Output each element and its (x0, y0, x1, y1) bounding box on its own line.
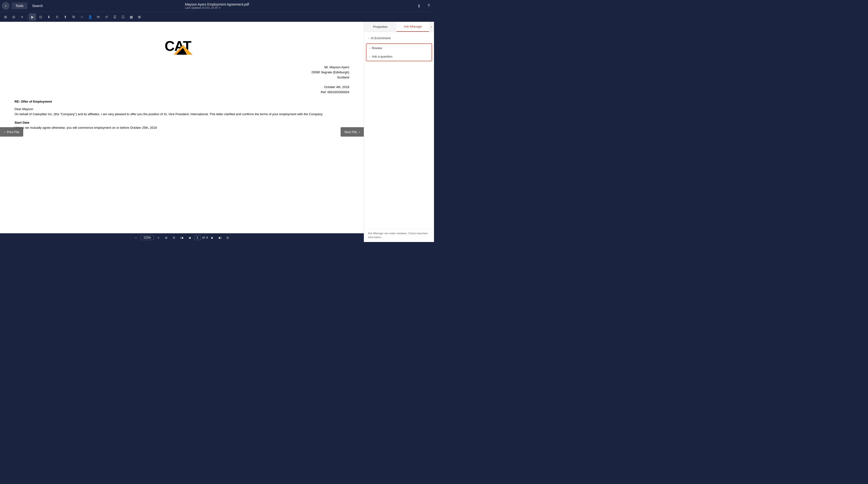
pdf-viewer: CAT Mr. Mayson Ayers 20090 Segrate (Edin… (0, 22, 364, 242)
letter-date-ref: October 4th, 2018 Ref: 000165/000004 (14, 85, 349, 95)
pdf-page: CAT Mr. Mayson Ayers 20090 Segrate (Edin… (0, 22, 364, 242)
tab-properties[interactable]: Properties (364, 22, 397, 32)
nav-tab-tools[interactable]: Tools (11, 2, 27, 9)
ask-question-chevron: › (369, 55, 370, 58)
start-date-body: Unless we mutually agree otherwise, you … (14, 125, 349, 130)
top-nav: ‹ Tools Search Mayson Ayers Employment A… (0, 0, 434, 11)
ai-enrichment-section[interactable]: › AI Enrichment (364, 34, 434, 42)
nav-right-actions: ℹ ? (415, 2, 432, 9)
document-filename: Mayson Ayers Employment Agreement.pdf (185, 2, 249, 6)
review-chevron: › (369, 47, 370, 50)
rotate-button[interactable]: ↺ (103, 13, 110, 21)
last-page-button[interactable]: ▶| (217, 234, 223, 241)
letter-date: October 4th, 2018 (14, 85, 349, 90)
email-button[interactable]: ✉ (95, 13, 102, 21)
grid2-button[interactable]: ▦ (128, 13, 135, 21)
info-icon-btn[interactable]: ℹ (415, 2, 423, 9)
prev-arrow-icon: ‹ (4, 130, 5, 134)
list-view-button[interactable]: ≡ (19, 13, 26, 21)
cat-logo: CAT (14, 36, 349, 58)
panel-footer: Ask iManage can make mistakes. Check imp… (364, 228, 434, 242)
upload-button[interactable]: ⬆ (62, 13, 69, 21)
document-title-area: Mayson Ayers Employment Agreement.pdf La… (185, 2, 249, 9)
close-box-button[interactable]: ⊠ (136, 13, 143, 21)
cat-logo-svg: CAT (163, 36, 202, 58)
help-icon-btn[interactable]: ? (425, 2, 432, 9)
highlighted-sections: › Review › Ask a question (366, 43, 432, 61)
nav-tab-search[interactable]: Search (28, 2, 47, 9)
panel-content: › AI Enrichment › Review › Ask a questio… (364, 32, 434, 228)
fit-page-button[interactable]: ⊡ (37, 13, 44, 21)
letter-subject: RE: Offer of Employment (14, 100, 349, 103)
start-date-title: Start Date (14, 121, 349, 124)
main-area: CAT Mr. Mayson Ayers 20090 Segrate (Edin… (0, 22, 434, 242)
zoom-in-button[interactable]: + (155, 234, 162, 241)
fit-width-button[interactable]: ⊟ (163, 234, 169, 241)
page-number-input[interactable] (194, 235, 201, 240)
next-page-button[interactable]: ▶ (209, 234, 215, 241)
letter-address: Mr. Mayson Ayers 20090 Segrate (Edinburg… (14, 65, 349, 80)
panel-footer-text: Ask iManage can make mistakes. Check imp… (368, 232, 428, 238)
letter-greeting: Dear Mayson (14, 107, 349, 111)
menu2-button[interactable]: ☷ (119, 13, 127, 21)
menu1-button[interactable]: ☰ (111, 13, 118, 21)
prev-file-label: Prev File (7, 130, 19, 134)
last-updated-text: Last Updated 15 Oct, 15:25 (185, 6, 218, 9)
zoom-input[interactable] (141, 235, 154, 240)
addressee-name: Mr. Mayson Ayers (14, 65, 349, 70)
user-button[interactable]: 👤 (86, 13, 94, 21)
prev-page-button[interactable]: ◀ (186, 234, 193, 241)
prev-file-button[interactable]: ‹ Prev File (0, 127, 23, 137)
back-button[interactable]: ‹ (2, 2, 10, 10)
document-subtitle: Last Updated 15 Oct, 15:25 ↻ (185, 6, 249, 9)
review-section[interactable]: › Review (367, 44, 432, 52)
bottom-toolbar: − + ⊟ ⊡ |◀ ◀ of 4 ▶ ▶| ⎘ (0, 233, 364, 242)
right-panel: Properties Ask iManage › › AI Enrichment… (364, 22, 434, 242)
tab-ask-imanage[interactable]: Ask iManage (397, 22, 429, 32)
toolbar: ⊞ ⊟ ≡ ▶ ⊡ ⬇ ⎘ ⬆ ⧉ ☆ 👤 ✉ ↺ ☰ ☷ ▦ ⊠ (0, 11, 434, 22)
first-page-button[interactable]: |◀ (179, 234, 185, 241)
next-file-label: Next File (344, 130, 357, 134)
fit-page-bottom-button[interactable]: ⊡ (171, 234, 177, 241)
review-label: Review (372, 46, 382, 50)
ai-enrichment-chevron: › (368, 37, 369, 40)
letter-ref: Ref: 000165/000004 (14, 90, 349, 95)
add-view-button[interactable]: ⊟ (10, 13, 18, 21)
duplicate-button[interactable]: ⧉ (70, 13, 77, 21)
ai-enrichment-label: AI Enrichment (371, 36, 391, 40)
addressee-line2: Scotland (14, 75, 349, 80)
copy-button[interactable]: ⎘ (54, 13, 61, 21)
total-pages: 4 (206, 236, 208, 239)
panel-tab-arrow[interactable]: › (429, 22, 434, 32)
ask-question-label: Ask a question (372, 55, 392, 58)
toolbar-divider-1 (27, 14, 27, 19)
zoom-out-button[interactable]: − (133, 234, 139, 241)
next-arrow-icon: › (359, 130, 360, 134)
clipboard-button[interactable]: ⎘ (225, 234, 231, 241)
panel-tabs: Properties Ask iManage › (364, 22, 434, 32)
letter-body: On behalf of Caterpillar Inc. (the "Comp… (14, 112, 349, 117)
download-button[interactable]: ⬇ (45, 13, 53, 21)
nav-tabs: Tools Search (11, 2, 47, 9)
play-button[interactable]: ▶ (29, 13, 36, 21)
page-of-label: of (203, 236, 205, 239)
grid-view-button[interactable]: ⊞ (2, 13, 9, 21)
star-button[interactable]: ☆ (78, 13, 86, 21)
refresh-icon: ↻ (219, 6, 221, 9)
next-file-button[interactable]: Next File › (341, 127, 364, 137)
ask-question-section[interactable]: › Ask a question (367, 52, 432, 61)
addressee-line1: 20090 Segrate (Edinburgh) (14, 70, 349, 75)
